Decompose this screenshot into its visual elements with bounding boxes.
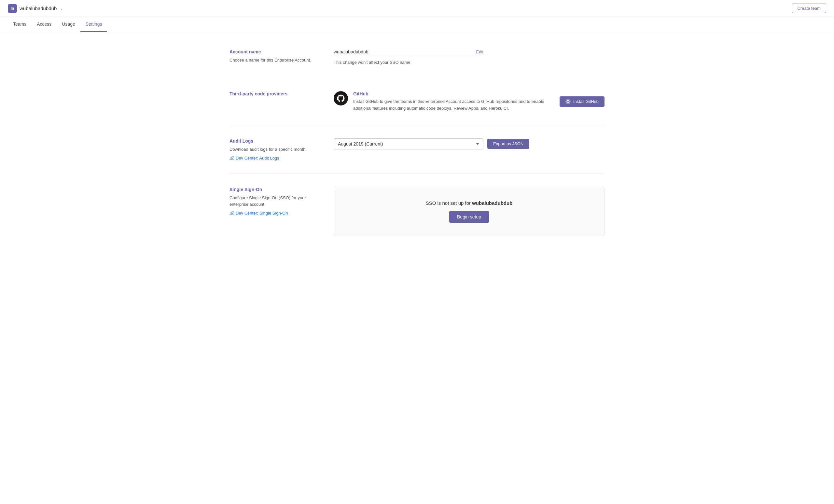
third-party-right: GitHub Install GitHub to give the teams … xyxy=(334,91,605,112)
audit-month-select[interactable]: August 2019 (Current) July 2019 June 201… xyxy=(334,138,483,150)
svg-point-1 xyxy=(566,99,571,104)
begin-setup-button[interactable]: Begin setup xyxy=(449,211,489,223)
github-logo-icon xyxy=(334,91,348,106)
top-header: In wubalubadubdub ⌄ Create team xyxy=(0,0,834,17)
install-github-label: Install GitHub xyxy=(573,99,599,104)
external-link-icon: 🔗 xyxy=(229,156,234,160)
nav-tabs: Teams Access Usage Settings xyxy=(0,17,834,32)
audit-logs-left: Audit Logs Download audit logs for a spe… xyxy=(229,138,321,161)
account-name-section: Account name Choose a name for this Ente… xyxy=(229,43,605,78)
account-name-right: Edit This change won't affect your SSO n… xyxy=(334,49,605,65)
main-content: Account name Choose a name for this Ente… xyxy=(222,32,612,260)
sso-hint: This change won't affect your SSO name xyxy=(334,60,605,65)
sso-section: Single Sign-On Configure Single Sign-On … xyxy=(229,174,605,249)
chevron-down-icon[interactable]: ⌄ xyxy=(60,6,63,11)
tab-access[interactable]: Access xyxy=(31,17,57,32)
github-provider: GitHub Install GitHub to give the teams … xyxy=(334,91,547,112)
create-team-button[interactable]: Create team xyxy=(792,4,826,13)
org-name-label: wubalubadubdub xyxy=(20,5,57,11)
github-info: GitHub Install GitHub to give the teams … xyxy=(353,91,547,112)
sso-title: Single Sign-On xyxy=(229,187,321,192)
tab-teams[interactable]: Teams xyxy=(8,17,31,32)
app-logo: In xyxy=(8,4,17,13)
audit-logs-title: Audit Logs xyxy=(229,138,321,144)
sso-link[interactable]: 🔗 Dev Center: Single Sign-On xyxy=(229,211,288,216)
sso-link-label: Dev Center: Single Sign-On xyxy=(236,211,288,216)
account-name-desc: Choose a name for this Enterprise Accoun… xyxy=(229,57,321,64)
tab-usage[interactable]: Usage xyxy=(57,17,80,32)
sso-left: Single Sign-On Configure Single Sign-On … xyxy=(229,187,321,236)
account-name-left: Account name Choose a name for this Ente… xyxy=(229,49,321,65)
external-link-icon-sso: 🔗 xyxy=(229,211,234,215)
audit-logs-link-label: Dev Center: Audit Logs xyxy=(236,156,279,160)
github-btn-icon xyxy=(566,99,571,104)
audit-logs-link[interactable]: 🔗 Dev Center: Audit Logs xyxy=(229,156,279,160)
third-party-title: Third-party code providers xyxy=(229,91,321,96)
tab-settings[interactable]: Settings xyxy=(81,17,107,32)
audit-logs-right: August 2019 (Current) July 2019 June 201… xyxy=(334,138,605,161)
account-name-input[interactable] xyxy=(334,49,476,54)
install-github-button[interactable]: Install GitHub xyxy=(559,96,605,107)
header-left: In wubalubadubdub ⌄ xyxy=(8,4,63,13)
third-party-left: Third-party code providers xyxy=(229,91,321,112)
svg-point-0 xyxy=(334,91,348,106)
third-party-section: Third-party code providers GitHub Instal… xyxy=(229,78,605,125)
sso-box-text: SSO is not set up for wubalubadubdub xyxy=(341,200,598,206)
sso-box-org: wubalubadubdub xyxy=(472,200,512,206)
audit-logs-desc: Download audit logs for a specific month xyxy=(229,146,321,153)
sso-box: SSO is not set up for wubalubadubdub Beg… xyxy=(334,187,605,236)
github-desc: Install GitHub to give the teams in this… xyxy=(353,98,547,112)
sso-right: SSO is not set up for wubalubadubdub Beg… xyxy=(334,187,605,236)
sso-desc: Configure Single Sign-On (SSO) for your … xyxy=(229,195,321,207)
account-name-title: Account name xyxy=(229,49,321,54)
audit-logs-section: Audit Logs Download audit logs for a spe… xyxy=(229,125,605,174)
edit-link[interactable]: Edit xyxy=(476,49,483,54)
account-name-field: Edit xyxy=(334,49,483,57)
audit-select-row: August 2019 (Current) July 2019 June 201… xyxy=(334,138,605,150)
github-title[interactable]: GitHub xyxy=(353,91,547,96)
sso-box-prefix: SSO is not set up for xyxy=(426,200,472,206)
export-json-button[interactable]: Export as JSON xyxy=(487,139,529,149)
